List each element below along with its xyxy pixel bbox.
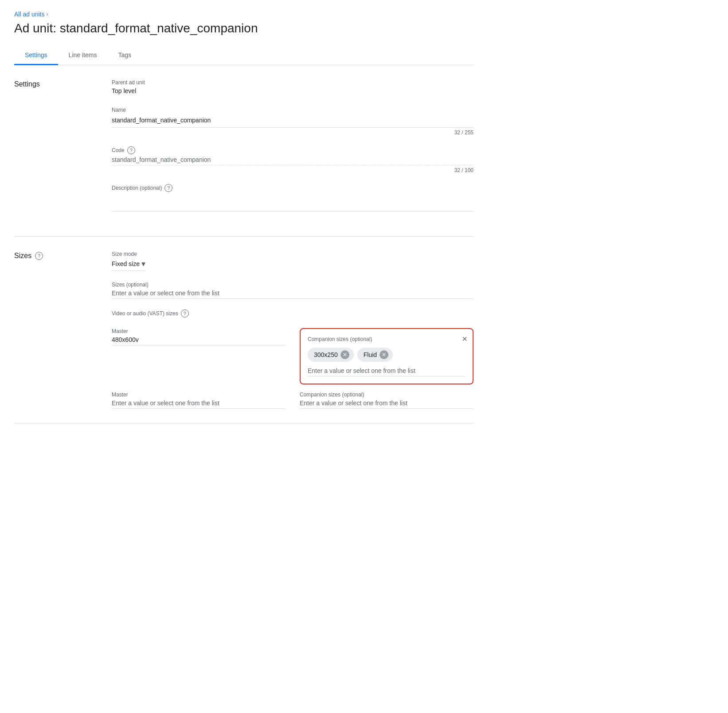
companion-chips: 300x250 ✕ Fluid ✕ bbox=[308, 348, 466, 362]
description-help-icon[interactable]: ? bbox=[164, 184, 172, 192]
sizes-optional-label: Sizes (optional) bbox=[112, 282, 474, 288]
settings-section: Settings Parent ad unit Top level Name 3… bbox=[14, 65, 474, 237]
companion-chip-300x250-remove[interactable]: ✕ bbox=[341, 350, 349, 359]
size-mode-value: Fixed size bbox=[112, 260, 140, 267]
vast-help-icon[interactable]: ? bbox=[181, 309, 189, 317]
code-label: Code ? bbox=[112, 146, 474, 154]
sizes-optional-placeholder: Enter a value or select one from the lis… bbox=[112, 290, 219, 297]
companion-chip-fluid: Fluid ✕ bbox=[357, 348, 393, 362]
companion-popup: Companion sizes (optional) 300x250 ✕ Flu… bbox=[300, 328, 474, 384]
description-label: Description (optional) ? bbox=[112, 184, 474, 192]
name-counter: 32 / 255 bbox=[112, 129, 474, 136]
code-help-icon[interactable]: ? bbox=[127, 146, 135, 154]
sizes-content: Size mode Fixed size ▾ Sizes (optional) … bbox=[112, 251, 474, 409]
master-label-2: Master bbox=[112, 392, 286, 398]
size-mode-label: Size mode bbox=[112, 251, 474, 257]
vast-field: Video or audio (VAST) sizes ? bbox=[112, 309, 474, 317]
companion-popup-close[interactable]: × bbox=[462, 334, 467, 343]
breadcrumb-link[interactable]: All ad units bbox=[14, 11, 44, 18]
parent-ad-unit-label: Parent ad unit bbox=[112, 79, 474, 86]
dropdown-arrow-icon: ▾ bbox=[141, 259, 145, 269]
parent-ad-unit-field: Parent ad unit Top level bbox=[112, 79, 474, 96]
companion-label-2: Companion sizes (optional) bbox=[300, 392, 474, 398]
tab-tags[interactable]: Tags bbox=[107, 46, 142, 65]
sizes-section-label: Sizes ? bbox=[14, 251, 112, 409]
settings-content: Parent ad unit Top level Name 32 / 255 C… bbox=[112, 79, 474, 222]
settings-section-label: Settings bbox=[14, 79, 112, 222]
master-row-2: Master Enter a value or select one from … bbox=[112, 392, 474, 409]
companion-chip-fluid-remove[interactable]: ✕ bbox=[380, 350, 388, 359]
companion-chip-300x250: 300x250 ✕ bbox=[308, 348, 354, 362]
sizes-optional-field: Sizes (optional) Enter a value or select… bbox=[112, 282, 474, 299]
page-title: Ad unit: standard_format_native_companio… bbox=[14, 21, 474, 35]
page-container: All ad units › Ad unit: standard_format_… bbox=[0, 0, 488, 434]
master-placeholder-2: Enter a value or select one from the lis… bbox=[112, 400, 219, 407]
companion-popup-wrapper: Companion sizes (optional) 300x250 ✕ Flu… bbox=[300, 328, 474, 384]
master-value-1: 480x600v bbox=[112, 336, 139, 343]
breadcrumb-chevron: › bbox=[46, 11, 48, 17]
breadcrumb[interactable]: All ad units › bbox=[14, 11, 474, 18]
tab-settings[interactable]: Settings bbox=[14, 46, 58, 65]
parent-ad-unit-value: Top level bbox=[112, 87, 474, 96]
name-field: Name 32 / 255 bbox=[112, 107, 474, 136]
sizes-section: Sizes ? Size mode Fixed size ▾ Sizes (op… bbox=[14, 237, 474, 423]
master-label-1: Master bbox=[112, 328, 286, 334]
tab-line-items[interactable]: Line items bbox=[58, 46, 108, 65]
tabs-bar: Settings Line items Tags bbox=[14, 46, 474, 65]
code-counter: 32 / 100 bbox=[112, 167, 474, 173]
vast-label: Video or audio (VAST) sizes ? bbox=[112, 309, 474, 317]
code-field: Code ? standard_format_native_companion … bbox=[112, 146, 474, 173]
name-label: Name bbox=[112, 107, 474, 113]
name-input[interactable] bbox=[112, 115, 474, 125]
size-mode-dropdown[interactable]: Fixed size ▾ bbox=[112, 259, 145, 271]
sizes-help-icon[interactable]: ? bbox=[35, 252, 43, 260]
companion-popup-label: Companion sizes (optional) bbox=[308, 336, 466, 342]
master-row-1: Master 480x600v Companion sizes (optiona… bbox=[112, 328, 474, 384]
description-field: Description (optional) ? bbox=[112, 184, 474, 212]
companion-placeholder-2: Enter a value or select one from the lis… bbox=[300, 400, 407, 407]
companion-popup-input: Enter a value or select one from the lis… bbox=[308, 367, 466, 376]
size-mode-field: Size mode Fixed size ▾ bbox=[112, 251, 474, 271]
code-placeholder: standard_format_native_companion bbox=[112, 156, 211, 163]
